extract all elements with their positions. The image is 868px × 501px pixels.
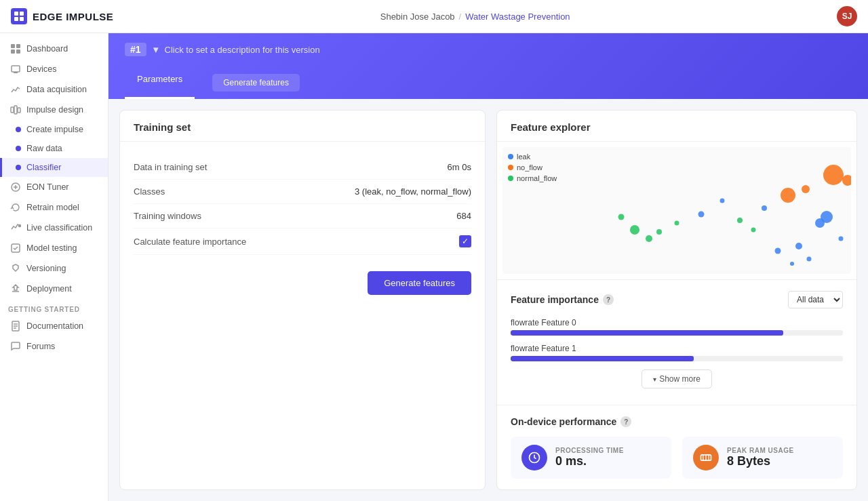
info-label-windows: Training windows (134, 211, 201, 221)
generate-features-button[interactable]: Generate features (368, 271, 471, 295)
perf-label-ram: PEAK RAM USAGE (727, 447, 794, 454)
sidebar-item-label: Documentation (26, 321, 83, 331)
data-icon (10, 84, 21, 95)
version-icon (10, 263, 21, 274)
retrain-icon (10, 202, 21, 213)
sidebar-item-create-impulse[interactable]: Create impulse (0, 120, 108, 139)
generate-features-btn[interactable]: Generate features (212, 74, 300, 92)
perf-title: On-device performance ? (511, 416, 843, 427)
impulse-icon (10, 104, 21, 115)
scatter-dot (795, 243, 802, 249)
info-row-classes: Classes 3 (leak, no_flow, normal_flow) (134, 180, 471, 204)
training-set-panel: Training set Data in training set 6m 0s … (119, 110, 486, 490)
svg-rect-12 (18, 108, 20, 113)
scatter-dot (815, 218, 825, 228)
ram-icon (693, 445, 719, 470)
grid-icon (10, 43, 21, 54)
info-value-classes: 3 (leak, no_flow, normal_flow) (355, 186, 471, 197)
avatar: SJ (837, 6, 857, 26)
svg-point-14 (19, 225, 21, 227)
sidebar-item-eon-tuner[interactable]: EON Tuner (0, 177, 108, 197)
tab-generate-features[interactable]: Generate features (195, 68, 312, 99)
perf-card-ram: PEAK RAM USAGE 8 Bytes (682, 437, 843, 479)
breadcrumb-sep: / (459, 12, 462, 22)
perf-cards: PROCESSING TIME 0 ms. PEAK RAM USAGE 8 B… (511, 437, 843, 479)
getting-started-label: GETTING STARTED (0, 299, 108, 316)
eon-icon (10, 182, 21, 193)
content-area: #1 ▾ Click to set a description for this… (108, 33, 868, 501)
doc-icon (10, 321, 21, 332)
sidebar-item-versioning[interactable]: Versioning (0, 258, 108, 279)
fi-bar-row-1: flowrate Feature 1 (511, 344, 843, 361)
scatter-dot (802, 185, 810, 193)
sidebar-item-label: Classifier (26, 163, 61, 172)
perf-info-ram: PEAK RAM USAGE 8 Bytes (727, 447, 794, 468)
sidebar-item-label: Devices (26, 64, 56, 74)
dot-raw (16, 146, 21, 151)
sidebar-item-impulse-design[interactable]: Impulse design (0, 100, 108, 120)
main-layout: Dashboard Devices Data acquisition Impul… (0, 33, 868, 501)
scatter-dot (646, 235, 652, 242)
logo-text: EDGE IMPULSE (33, 11, 113, 22)
sidebar-item-label: Retrain model (26, 203, 79, 212)
sidebar-item-classifier[interactable]: Classifier (0, 158, 108, 177)
sidebar-item-documentation[interactable]: Documentation (0, 316, 108, 336)
project-name: Water Wastage Prevention (465, 12, 570, 22)
scatter-dot (790, 262, 794, 266)
version-chevron[interactable]: ▾ (153, 44, 158, 55)
sidebar-item-label: EON Tuner (26, 182, 69, 192)
perf-card-processing: PROCESSING TIME 0 ms. (511, 437, 671, 479)
dot-create (16, 127, 21, 132)
sidebar-item-raw-data[interactable]: Raw data (0, 139, 108, 158)
version-description[interactable]: Click to set a description for this vers… (165, 45, 320, 55)
info-row-data: Data in training set 6m 0s (134, 155, 471, 180)
version-tabs-bar: Parameters Generate features (125, 63, 852, 99)
svg-rect-6 (11, 49, 15, 54)
fi-bar-label-0: flowrate Feature 0 (511, 318, 843, 327)
scatter-dot (737, 218, 743, 223)
scatter-dot (807, 256, 812, 261)
svg-rect-2 (14, 17, 18, 21)
sidebar-item-dashboard[interactable]: Dashboard (0, 39, 108, 59)
perf-help-icon[interactable]: ? (620, 416, 631, 427)
sidebar-item-label: Raw data (26, 144, 62, 153)
svg-rect-4 (11, 44, 15, 48)
info-value-windows: 684 (456, 211, 471, 221)
scatter-canvas (502, 147, 851, 274)
info-row-feature-importance: Calculate feature importance (134, 228, 471, 255)
fi-bar-row-0: flowrate Feature 0 (511, 318, 843, 336)
feature-chart: leak no_flow normal_flow (502, 147, 851, 274)
tab-parameters[interactable]: Parameters (125, 68, 195, 99)
sidebar-item-forums[interactable]: Forums (0, 336, 108, 357)
deploy-icon (10, 283, 21, 294)
show-more-button[interactable]: ▾ Show more (642, 369, 712, 388)
version-tabs: Parameters Generate features (125, 68, 312, 99)
fi-help-icon[interactable]: ? (603, 294, 614, 305)
fi-data-select[interactable]: All data Training Testing (788, 291, 843, 308)
live-icon (10, 222, 21, 233)
perf-label-processing: PROCESSING TIME (555, 447, 624, 454)
svg-rect-3 (20, 17, 24, 21)
feature-importance-checkbox[interactable] (459, 235, 471, 247)
scatter-dot (618, 214, 624, 220)
fi-title-text: Feature importance (511, 294, 599, 305)
fi-header: Feature importance ? All data Training T… (511, 291, 843, 308)
on-device-performance-section: On-device performance ? PROCESSING TIME … (497, 405, 856, 489)
version-title: #1 ▾ Click to set a description for this… (125, 43, 852, 56)
sidebar-item-label: Model testing (26, 243, 77, 253)
sidebar-item-devices[interactable]: Devices (0, 59, 108, 79)
info-row-windows: Training windows 684 (134, 204, 471, 228)
sidebar-item-deployment[interactable]: Deployment (0, 279, 108, 299)
sidebar-item-label: Dashboard (26, 44, 68, 54)
scatter-dot (762, 205, 767, 211)
sidebar: Dashboard Devices Data acquisition Impul… (0, 33, 108, 501)
sidebar-item-retrain[interactable]: Retrain model (0, 197, 108, 218)
scatter-dot (751, 227, 756, 232)
model-icon (10, 243, 21, 254)
sidebar-item-model-testing[interactable]: Model testing (0, 238, 108, 258)
svg-rect-11 (14, 106, 17, 114)
sidebar-item-live-classification[interactable]: Live classification (0, 218, 108, 238)
scatter-dot (656, 229, 662, 235)
sidebar-item-data-acquisition[interactable]: Data acquisition (0, 79, 108, 100)
logo-icon (11, 8, 27, 24)
